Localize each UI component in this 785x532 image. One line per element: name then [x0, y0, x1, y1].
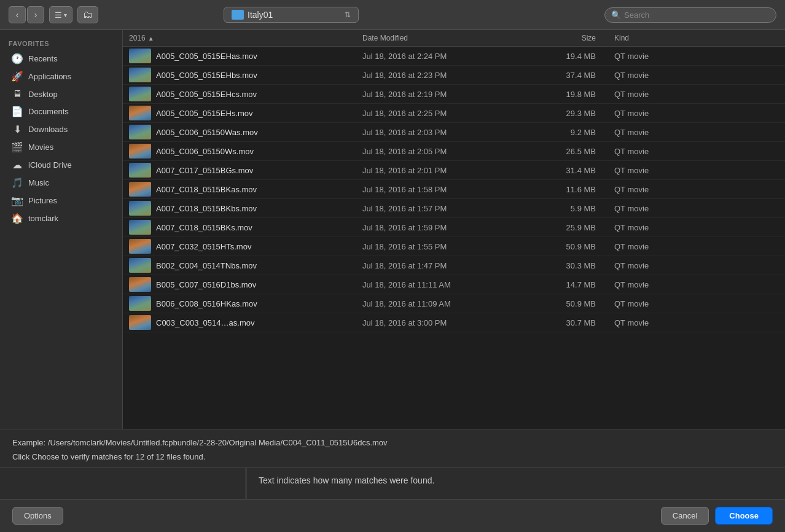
file-name-cell: A005_C005_0515EHas.mov — [129, 49, 362, 63]
sidebar-item-label: tomclark — [28, 214, 58, 223]
table-row[interactable]: C003_C003_0514…as.mov Jul 18, 2016 at 3:… — [123, 313, 785, 332]
file-size-cell: 30.3 MB — [522, 261, 596, 270]
table-row[interactable]: A007_C018_0515BKas.mov Jul 18, 2016 at 1… — [123, 180, 785, 199]
file-date-cell: Jul 18, 2016 at 2:05 PM — [362, 147, 522, 156]
file-name-label: A005_C005_0515EHcs.mov — [156, 90, 257, 99]
col-header-size[interactable]: Size — [522, 34, 596, 42]
file-name-label: B002_C004_0514TNbs.mov — [156, 261, 257, 270]
options-button[interactable]: Options — [12, 507, 63, 525]
file-name-label: B006_C008_0516HKas.mov — [156, 299, 257, 308]
sidebar-item-label: Desktop — [28, 90, 58, 99]
file-list-area: 2016 ▲ Date Modified Size Kind A005_C005… — [123, 30, 785, 429]
forward-button[interactable]: › — [27, 6, 44, 23]
sidebar-item-movies[interactable]: 🎬 Movies — [2, 138, 120, 156]
file-size-cell: 19.8 MB — [522, 90, 596, 99]
choose-button[interactable]: Choose — [715, 507, 773, 525]
table-row[interactable]: A005_C005_0515EHas.mov Jul 18, 2016 at 2… — [123, 47, 785, 66]
cancel-button[interactable]: Cancel — [661, 507, 709, 525]
applications-icon: 🚀 — [11, 71, 23, 82]
main-content: Favorites 🕐 Recents 🚀 Applications 🖥 Des… — [0, 30, 785, 429]
file-date-cell: Jul 18, 2016 at 2:01 PM — [362, 166, 522, 175]
file-date-cell: Jul 18, 2016 at 2:03 PM — [362, 128, 522, 137]
file-name-cell: A007_C032_0515HTs.mov — [129, 239, 362, 254]
file-date-cell: Jul 18, 2016 at 1:47 PM — [362, 261, 522, 270]
table-row[interactable]: A005_C006_05150Ws.mov Jul 18, 2016 at 2:… — [123, 142, 785, 161]
table-row[interactable]: A007_C018_0515BKbs.mov Jul 18, 2016 at 1… — [123, 199, 785, 218]
table-row[interactable]: B006_C008_0516HKas.mov Jul 18, 2016 at 1… — [123, 294, 785, 313]
file-list-header: 2016 ▲ Date Modified Size Kind — [123, 30, 785, 47]
button-bar: Options Cancel Choose — [0, 499, 785, 532]
new-folder-button[interactable]: 🗂 — [77, 6, 98, 23]
file-kind-cell: QT movie — [596, 280, 779, 289]
table-row[interactable]: A007_C032_0515HTs.mov Jul 18, 2016 at 1:… — [123, 237, 785, 256]
view-menu-button[interactable]: ☰ ▾ — [49, 6, 72, 23]
sidebar-item-icloud[interactable]: ☁ iCloud Drive — [2, 156, 120, 174]
recents-icon: 🕐 — [11, 53, 23, 65]
col-header-date[interactable]: Date Modified — [362, 34, 522, 42]
file-name-cell: A007_C018_0515BKbs.mov — [129, 201, 362, 216]
file-name-cell: A005_C005_0515EHbs.mov — [129, 68, 362, 82]
location-selector[interactable]: Italy01 ⇅ — [224, 7, 359, 23]
sidebar-item-label: Applications — [28, 72, 71, 81]
file-kind-cell: QT movie — [596, 261, 779, 270]
sidebar-item-label: iCloud Drive — [28, 160, 72, 170]
folder-blue-icon — [232, 10, 244, 20]
file-size-cell: 37.4 MB — [522, 71, 596, 80]
table-row[interactable]: A005_C006_05150Was.mov Jul 18, 2016 at 2… — [123, 123, 785, 142]
menu-lines-icon: ☰ — [55, 10, 62, 20]
sidebar-item-pictures[interactable]: 📷 Pictures — [2, 192, 120, 209]
file-name-cell: A005_C006_05150Was.mov — [129, 125, 362, 139]
sidebar-item-recents[interactable]: 🕐 Recents — [2, 50, 120, 68]
file-name-label: A005_C005_0515EHas.mov — [156, 52, 257, 61]
file-thumbnail — [129, 315, 151, 330]
sidebar-item-documents[interactable]: 📄 Documents — [2, 103, 120, 120]
col-header-name[interactable]: 2016 ▲ — [129, 34, 362, 42]
file-kind-cell: QT movie — [596, 299, 779, 308]
file-name-label: B005_C007_0516D1bs.mov — [156, 280, 256, 289]
file-date-cell: Jul 18, 2016 at 2:25 PM — [362, 109, 522, 118]
folder-icon: 🗂 — [83, 9, 93, 20]
table-row[interactable]: B005_C007_0516D1bs.mov Jul 18, 2016 at 1… — [123, 275, 785, 294]
table-row[interactable]: A007_C018_0515BKs.mov Jul 18, 2016 at 1:… — [123, 218, 785, 237]
file-size-cell: 29.3 MB — [522, 109, 596, 118]
file-date-cell: Jul 18, 2016 at 1:57 PM — [362, 204, 522, 213]
file-name-label: A007_C018_0515BKs.mov — [156, 223, 252, 232]
file-thumbnail — [129, 125, 151, 139]
desktop-icon: 🖥 — [11, 88, 23, 100]
back-button[interactable]: ‹ — [9, 6, 26, 23]
table-row[interactable]: A007_C017_0515BGs.mov Jul 18, 2016 at 2:… — [123, 161, 785, 180]
file-size-cell: 19.4 MB — [522, 52, 596, 61]
sidebar-item-applications[interactable]: 🚀 Applications — [2, 68, 120, 85]
status-area: Example: /Users/tomclark/Movies/Untitled… — [0, 429, 785, 467]
search-input[interactable] — [624, 10, 770, 20]
icloud-icon: ☁ — [11, 159, 23, 171]
file-date-cell: Jul 18, 2016 at 2:23 PM — [362, 71, 522, 80]
file-name-label: A005_C005_0515EHs.mov — [156, 109, 253, 118]
search-bar[interactable]: 🔍 — [604, 7, 776, 23]
file-thumbnail — [129, 144, 151, 158]
sidebar-item-downloads[interactable]: ⬇ Downloads — [2, 120, 120, 138]
dialog-window: ‹ › ☰ ▾ 🗂 Italy01 ⇅ 🔍 Favorites 🕐 — [0, 0, 785, 532]
file-kind-cell: QT movie — [596, 166, 779, 175]
match-text: Click Choose to verify matches for 12 of… — [12, 452, 773, 461]
pictures-icon: 📷 — [11, 195, 23, 206]
sort-icon: ▲ — [148, 35, 154, 42]
table-row[interactable]: A005_C005_0515EHbs.mov Jul 18, 2016 at 2… — [123, 66, 785, 85]
file-size-cell: 25.9 MB — [522, 223, 596, 232]
sidebar-item-desktop[interactable]: 🖥 Desktop — [2, 85, 120, 103]
file-date-cell: Jul 18, 2016 at 1:55 PM — [362, 242, 522, 251]
sidebar-item-music[interactable]: 🎵 Music — [2, 174, 120, 192]
annotation-text: Text indicates how many matches were fou… — [246, 468, 447, 493]
file-thumbnail — [129, 87, 151, 101]
file-date-cell: Jul 18, 2016 at 3:00 PM — [362, 318, 522, 327]
file-name-label: A007_C032_0515HTs.mov — [156, 242, 251, 251]
table-row[interactable]: A005_C005_0515EHs.mov Jul 18, 2016 at 2:… — [123, 104, 785, 123]
col-header-kind[interactable]: Kind — [596, 34, 779, 42]
sidebar-item-tomclark[interactable]: 🏠 tomclark — [2, 209, 120, 227]
file-list: A005_C005_0515EHas.mov Jul 18, 2016 at 2… — [123, 47, 785, 429]
sidebar-section-label: Favorites — [0, 36, 122, 50]
movies-icon: 🎬 — [11, 141, 23, 153]
table-row[interactable]: B002_C004_0514TNbs.mov Jul 18, 2016 at 1… — [123, 256, 785, 275]
tomclark-icon: 🏠 — [11, 213, 23, 224]
table-row[interactable]: A005_C005_0515EHcs.mov Jul 18, 2016 at 2… — [123, 85, 785, 104]
